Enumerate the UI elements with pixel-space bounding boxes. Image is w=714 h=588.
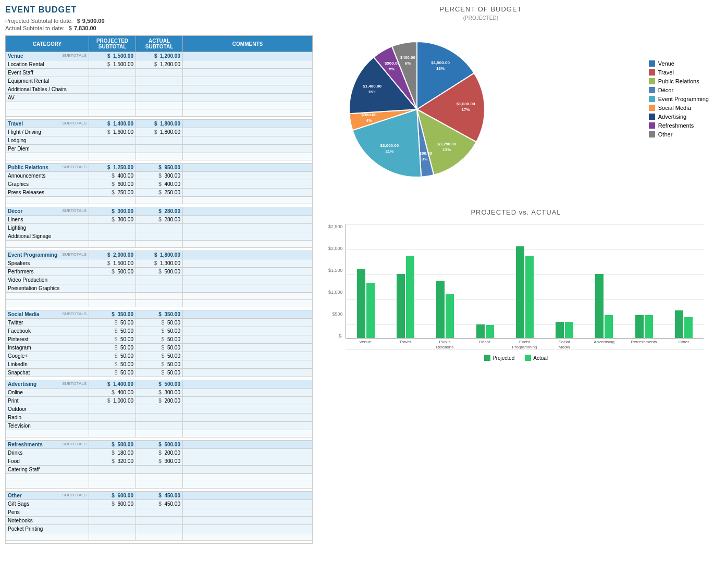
table-row: Décor SUBTOTALS $ 300.00 $ 280.00: [6, 207, 313, 216]
bar-label: PublicRelations: [425, 340, 464, 349]
item-actual: $ 50.00: [136, 344, 183, 352]
bar-label: Décor: [465, 340, 504, 349]
legend-projected: Projected: [484, 355, 514, 361]
item-name: Pocket Printing: [6, 525, 89, 533]
table-row: Linens $ 300.00 $ 280.00: [6, 216, 313, 224]
item-comments: [183, 224, 313, 232]
table-row: [6, 293, 313, 300]
svg-text:$400.00: $400.00: [400, 55, 415, 60]
item-comments: [183, 60, 313, 69]
bar-group: [584, 274, 624, 338]
bar-group: [505, 246, 545, 338]
item-actual: [136, 94, 183, 102]
legend-color: [649, 69, 655, 76]
bar-label: Venue: [346, 340, 385, 349]
item-projected: [89, 422, 136, 430]
item-actual: $ 1,800.00: [136, 128, 183, 136]
item-comments: [183, 232, 313, 241]
legend-label: Travel: [658, 69, 674, 76]
bar-actual: [446, 294, 454, 338]
item-name: Facebook: [6, 327, 89, 335]
category-name: Travel SUBTOTALS: [6, 120, 89, 128]
table-row: Video Production: [6, 276, 313, 284]
table-row: Flight / Driving $ 1,600.00 $ 1,800.00: [6, 128, 313, 136]
item-name: Press Releases: [6, 189, 89, 197]
table-row: Print $ 1,000.00 $ 200.00: [6, 397, 313, 405]
actual-value: 7,830.00: [74, 25, 96, 31]
item-name: Graphics: [6, 180, 89, 189]
item-projected: $ 50.00: [89, 369, 136, 377]
item-actual: [136, 517, 183, 525]
item-name: Flight / Driving: [6, 128, 89, 136]
item-name: AV: [6, 94, 89, 102]
svg-text:$1,400.00: $1,400.00: [363, 84, 381, 89]
table-row: Pens: [6, 508, 313, 517]
item-name: Linens: [6, 216, 89, 224]
category-projected: $ 300.00: [89, 207, 136, 216]
legend-label: Public Relations: [658, 78, 699, 84]
budget-table: CATEGORY PROJECTEDSUBTOTAL ACTUALSUBTOTA…: [5, 35, 313, 544]
item-comments: [183, 172, 313, 180]
category-actual: $ 1,800.00: [136, 251, 183, 259]
legend-color: [649, 114, 655, 120]
projected-dollar: $: [77, 18, 80, 24]
category-comments: [183, 164, 313, 172]
svg-text:5%: 5%: [389, 67, 396, 71]
category-actual: $ 1,800.00: [136, 120, 183, 128]
bar-chart-bars: [346, 224, 704, 339]
item-actual: $ 50.00: [136, 335, 183, 344]
item-comments: [183, 352, 313, 360]
item-actual: [136, 508, 183, 517]
item-projected: $ 1,500.00: [89, 60, 136, 69]
bar-group: [624, 315, 664, 338]
category-name: Social Media SUBTOTALS: [6, 310, 89, 319]
table-row: Press Releases $ 250.00 $ 250.00: [6, 189, 313, 197]
table-row: Travel SUBTOTALS $ 1,400.00 $ 1,800.00: [6, 120, 313, 128]
item-actual: $ 450.00: [136, 500, 183, 508]
table-row: [6, 102, 313, 109]
item-actual: [136, 422, 183, 430]
category-projected: $ 1,400.00: [89, 120, 136, 128]
table-row: Television: [6, 422, 313, 430]
legend-item: Décor: [649, 87, 709, 93]
item-projected: [89, 276, 136, 284]
table-row: Per Diem: [6, 145, 313, 153]
legend-actual: Actual: [525, 355, 548, 361]
item-actual: $ 200.00: [136, 449, 183, 457]
table-row: [6, 430, 313, 437]
item-name: Notebooks: [6, 517, 89, 525]
item-projected: $ 1,500.00: [89, 259, 136, 268]
table-row: Instagram $ 50.00 $ 50.00: [6, 344, 313, 352]
svg-text:17%: 17%: [462, 107, 470, 112]
legend-item: Venue: [649, 60, 709, 67]
table-row: Pocket Printing: [6, 525, 313, 533]
bar-projected: [516, 246, 524, 338]
category-comments: [183, 441, 313, 449]
item-projected: $ 400.00: [89, 389, 136, 397]
table-row: Outdoor: [6, 405, 313, 414]
item-comments: [183, 259, 313, 268]
item-name: Speakers: [6, 259, 89, 268]
category-name: Public Relations SUBTOTALS: [6, 164, 89, 172]
item-comments: [183, 268, 313, 276]
item-comments: [183, 145, 313, 153]
svg-text:16%: 16%: [436, 66, 445, 71]
category-actual: $ 950.00: [136, 164, 183, 172]
bar-projected: [357, 269, 365, 338]
item-name: Gift Bags: [6, 500, 89, 508]
table-row: Refreshments SUBTOTALS $ 500.00 $ 500.00: [6, 441, 313, 449]
category-actual: $ 350.00: [136, 310, 183, 319]
item-actual: [136, 85, 183, 94]
legend-projected-color: [484, 355, 490, 361]
item-name: Google+: [6, 352, 89, 360]
item-name: Pinterest: [6, 335, 89, 344]
item-comments: [183, 216, 313, 224]
item-actual: [136, 284, 183, 293]
projected-value: 9,500.00: [82, 18, 105, 24]
table-row: Additional Tables / Chairs: [6, 85, 313, 94]
bar-group: [545, 322, 584, 338]
table-row: Radio: [6, 414, 313, 422]
item-actual: $ 250.00: [136, 189, 183, 197]
item-comments: [183, 414, 313, 422]
item-name: Outdoor: [6, 405, 89, 414]
